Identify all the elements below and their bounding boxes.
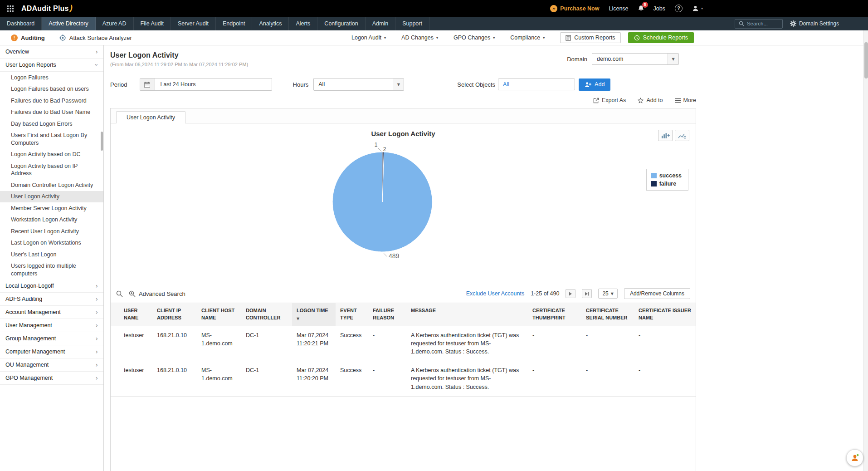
pagination-count: 1-25 of 490 bbox=[531, 290, 559, 297]
purchase-now-button[interactable]: » Purchase Now bbox=[550, 5, 599, 12]
custom-reports-button[interactable]: Custom Reports bbox=[560, 32, 620, 43]
exclude-user-accounts-link[interactable]: Exclude User Accounts bbox=[466, 290, 525, 297]
column-chart-icon bbox=[661, 132, 670, 139]
search-input[interactable] bbox=[747, 21, 780, 26]
more-button[interactable]: More bbox=[675, 97, 696, 103]
sidebar-section-gpo-setting-changes[interactable]: GPO Setting Changes› bbox=[0, 385, 103, 385]
menu-ad-changes[interactable]: AD Changes▾ bbox=[401, 34, 438, 41]
advanced-search-button[interactable]: Advanced Search bbox=[129, 290, 185, 297]
legend-item-failure[interactable]: failure bbox=[651, 181, 682, 187]
chevron-right-icon: › bbox=[95, 283, 98, 289]
nav-tab-file-audit[interactable]: File Audit bbox=[134, 17, 171, 30]
global-search[interactable] bbox=[735, 19, 783, 29]
sidebar-section-account-management[interactable]: Account Management› bbox=[0, 306, 103, 319]
sidebar-item-last-logon-on-workstations[interactable]: Last Logon on Workstations bbox=[0, 237, 103, 249]
page-size-select[interactable]: 25 ▼ bbox=[598, 289, 618, 299]
column-header-message[interactable]: MESSAGE bbox=[406, 303, 528, 326]
help-icon[interactable]: ? bbox=[675, 5, 683, 12]
sidebar-section-adfs-auditing[interactable]: ADFS Auditing› bbox=[0, 293, 103, 306]
column-header-client-host-name[interactable]: CLIENT HOST NAME bbox=[197, 303, 241, 326]
sidebar-item-domain-controller-logon-activity[interactable]: Domain Controller Logon Activity bbox=[0, 179, 103, 191]
add-remove-columns-button[interactable]: Add/Remove Columns bbox=[624, 288, 690, 299]
nav-tab-azure-ad[interactable]: Azure AD bbox=[96, 17, 134, 30]
nav-tab-analytics[interactable]: Analytics bbox=[252, 17, 289, 30]
page-scrollbar-thumb[interactable] bbox=[864, 42, 868, 78]
nav-tab-active-directory[interactable]: Active Directory bbox=[42, 17, 96, 30]
tab-auditing[interactable]: ! Auditing bbox=[4, 30, 52, 45]
sidebar-item-logon-activity-based-on-ip-address[interactable]: Logon Activity based on IP Address bbox=[0, 160, 103, 179]
sidebar-item-recent-user-logon-activity[interactable]: Recent User Logon Activity bbox=[0, 226, 103, 237]
sidebar-section-computer-management[interactable]: Computer Management› bbox=[0, 345, 103, 358]
sidebar-section-group-management[interactable]: Group Management› bbox=[0, 332, 103, 345]
menu-gpo-changes[interactable]: GPO Changes▾ bbox=[454, 34, 495, 41]
add-button[interactable]: Add bbox=[579, 78, 610, 91]
chat-widget-button[interactable] bbox=[846, 449, 863, 466]
sidebar-item-user-s-last-logon[interactable]: User's Last Logon bbox=[0, 249, 103, 260]
sidebar-section-user-management[interactable]: User Management› bbox=[0, 319, 103, 332]
sidebar-item-failures-due-to-bad-user-name[interactable]: Failures due to Bad User Name bbox=[0, 107, 103, 118]
column-header-user-name[interactable]: USER NAME bbox=[111, 303, 152, 326]
chart-type-line-button[interactable] bbox=[675, 130, 689, 141]
nav-tab-dashboard[interactable]: Dashboard bbox=[0, 17, 42, 30]
table-cell: A Kerberos authentication ticket (TGT) w… bbox=[406, 326, 528, 361]
last-page-button[interactable] bbox=[582, 289, 592, 298]
sidebar-item-logon-failures-based-on-users[interactable]: Logon Failures based on users bbox=[0, 83, 103, 95]
legend-item-success[interactable]: success bbox=[651, 172, 682, 179]
column-header-event-type[interactable]: EVENT TYPE bbox=[336, 303, 368, 326]
period-input[interactable]: Last 24 Hours bbox=[140, 78, 272, 91]
calendar-icon[interactable] bbox=[140, 78, 155, 90]
jobs-link[interactable]: Jobs bbox=[653, 5, 665, 12]
sidebar-scrollbar[interactable] bbox=[101, 132, 103, 151]
sidebar-item-logon-activity-based-on-dc[interactable]: Logon Activity based on DC bbox=[0, 149, 103, 161]
sidebar-item-failures-due-to-bad-password[interactable]: Failures due to Bad Password bbox=[0, 95, 103, 107]
tab-attack-surface-analyzer[interactable]: Attack Surface Analyzer bbox=[52, 30, 139, 45]
schedule-reports-button[interactable]: Schedule Reports bbox=[628, 32, 694, 43]
app-title: ADAudit Plus bbox=[21, 5, 69, 13]
license-link[interactable]: License bbox=[609, 5, 628, 12]
sidebar-item-workstation-logon-activity[interactable]: Workstation Logon Activity bbox=[0, 214, 103, 226]
column-header-certificate-issuer-name[interactable]: CERTIFICATE ISSUER NAME bbox=[634, 303, 696, 326]
nav-tab-server-audit[interactable]: Server Audit bbox=[171, 17, 216, 30]
column-header-logon-time[interactable]: LOGON TIME▼ bbox=[292, 303, 336, 326]
next-page-button[interactable] bbox=[566, 289, 575, 298]
add-to-button[interactable]: Add to bbox=[638, 97, 663, 103]
column-header-domain-controller[interactable]: DOMAIN CONTROLLER bbox=[241, 303, 292, 326]
table-row[interactable]: testuser168.21.0.10MS-1.demo.comDC-1Mar … bbox=[111, 326, 696, 361]
chart-type-column-button[interactable] bbox=[658, 130, 673, 141]
sidebar-item-user-logon-activity[interactable]: User Logon Activity bbox=[0, 191, 103, 203]
sidebar-section-user-logon-reports[interactable]: User Logon Reports› bbox=[0, 59, 103, 72]
sidebar-section-ou-management[interactable]: OU Management› bbox=[0, 358, 103, 372]
column-header-certificate-thumbprint[interactable]: CERTIFICATE THUMBPRINT bbox=[528, 303, 581, 326]
sidebar-item-logon-failures[interactable]: Logon Failures bbox=[0, 72, 103, 83]
sidebar-item-users-logged-into-multiple-computers[interactable]: Users logged into multiple computers bbox=[0, 260, 103, 280]
tab-user-logon-activity[interactable]: User Logon Activity bbox=[116, 111, 185, 123]
apps-grid-icon[interactable] bbox=[5, 4, 15, 14]
search-icon[interactable] bbox=[116, 290, 123, 297]
sidebar-item-day-based-logon-errors[interactable]: Day based Logon Errors bbox=[0, 118, 103, 130]
domain-select[interactable]: demo.com ▼ bbox=[592, 53, 679, 65]
domain-settings-button[interactable]: Domain Settings bbox=[790, 20, 839, 27]
sidebar-section-local-logon-logoff[interactable]: Local Logon-Logoff› bbox=[0, 280, 103, 293]
menu-logon-audit[interactable]: Logon Audit▾ bbox=[351, 34, 386, 41]
menu-compliance[interactable]: Compliance▾ bbox=[510, 34, 545, 41]
select-objects-input[interactable]: All bbox=[498, 78, 575, 90]
nav-tab-support[interactable]: Support bbox=[395, 17, 429, 30]
sidebar-section-overview[interactable]: Overview› bbox=[0, 45, 103, 59]
column-header-client-ip-address[interactable]: CLIENT IP ADDRESS bbox=[152, 303, 197, 326]
sidebar-item-users-first-and-last-logon-by-computers[interactable]: Users First and Last Logon By Computers bbox=[0, 130, 103, 149]
notifications-button[interactable]: 5 bbox=[638, 5, 644, 12]
nav-tab-admin[interactable]: Admin bbox=[366, 17, 395, 30]
column-header-failure-reason[interactable]: FAILURE REASON bbox=[368, 303, 406, 326]
sidebar-section-gpo-management[interactable]: GPO Management› bbox=[0, 372, 103, 385]
table-row[interactable]: testuser168.21.0.10MS-1.demo.comDC-1Mar … bbox=[111, 361, 696, 396]
nav-tab-alerts[interactable]: Alerts bbox=[289, 17, 317, 30]
pie-chart[interactable]: 12489 bbox=[310, 137, 455, 274]
column-header-certificate-serial-number[interactable]: CERTIFICATE SERIAL NUMBER bbox=[581, 303, 634, 326]
user-menu[interactable]: ▾ bbox=[692, 5, 703, 12]
page-scrollbar[interactable] bbox=[863, 30, 868, 471]
hours-select[interactable]: All ▼ bbox=[313, 78, 404, 91]
nav-tab-configuration[interactable]: Configuration bbox=[317, 17, 365, 30]
export-as-button[interactable]: Export As bbox=[593, 97, 626, 103]
nav-tab-endpoint[interactable]: Endpoint bbox=[216, 17, 252, 30]
sidebar-item-member-server-logon-activity[interactable]: Member Server Logon Activity bbox=[0, 202, 103, 214]
